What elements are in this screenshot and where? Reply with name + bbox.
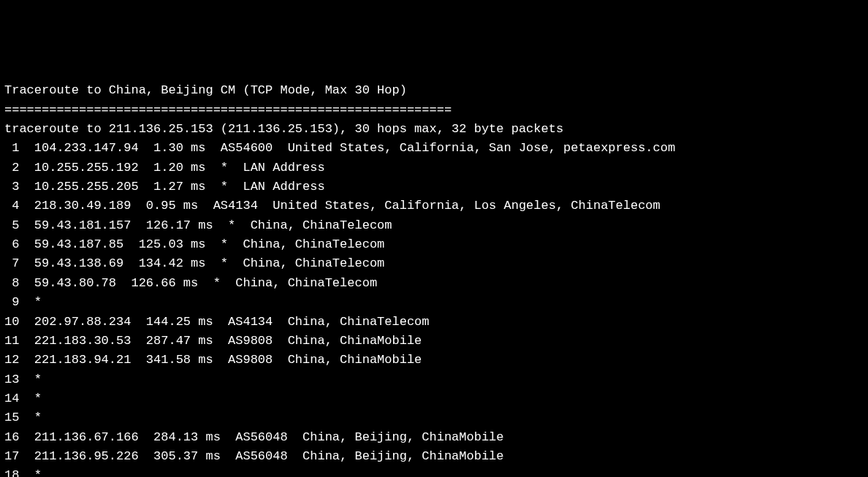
separator-line: ========================================… [4, 103, 452, 117]
terminal-output: Traceroute to China, Beijing CM (TCP Mod… [4, 81, 864, 477]
traceroute-command: traceroute to 211.136.25.153 (211.136.25… [4, 122, 563, 136]
hops-container: 1 104.233.147.94 1.30 ms AS54600 United … [4, 139, 864, 477]
traceroute-title: Traceroute to China, Beijing CM (TCP Mod… [4, 83, 407, 97]
